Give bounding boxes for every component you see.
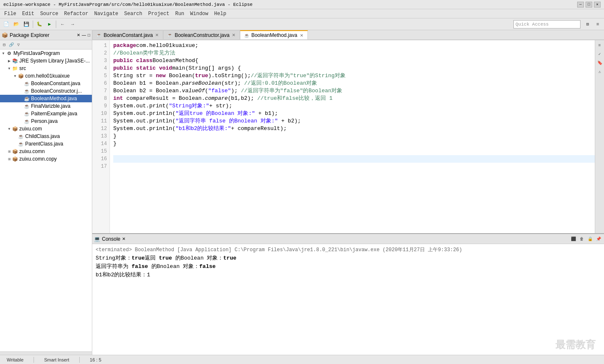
back-button[interactable]: ←: [58, 20, 67, 29]
outline-icon[interactable]: ≡: [596, 41, 604, 49]
tree-arrow-com_hello[interactable]: ▼: [13, 74, 18, 78]
code-line-12[interactable]: System.out.println("b1和b2的比较结果:"+ compar…: [113, 125, 595, 133]
tree-icon-booleanconstructor: ☕: [23, 88, 30, 94]
pin-console-button[interactable]: 📌: [595, 235, 602, 243]
tab-booleanconstructor_tab[interactable]: ☕BooleanConstructor.java✕: [163, 30, 240, 39]
tab-close-booleanconstant_tab[interactable]: ✕: [154, 33, 159, 38]
menu-item-navigate[interactable]: Navigate: [91, 10, 121, 18]
tree-icon-src: 📁: [12, 65, 18, 72]
tree-item-zuixu_comncopy[interactable]: ⊞📦zuixu.comn.copy: [0, 155, 92, 163]
menu-item-help[interactable]: Help: [212, 10, 229, 18]
run-button[interactable]: ▶: [45, 20, 54, 29]
code-line-16[interactable]: [113, 155, 595, 163]
line-num-12: 12: [92, 125, 109, 133]
maximize-button[interactable]: □: [586, 2, 592, 8]
stop-console-button[interactable]: ⬛: [570, 235, 577, 243]
bookmarks-icon[interactable]: 🔖: [596, 59, 604, 67]
tree-arrow-zuixu_com[interactable]: ▼: [7, 127, 12, 131]
tasks-icon[interactable]: ✓: [596, 50, 604, 58]
tree-arrow-src[interactable]: ▼: [7, 67, 12, 70]
line-num-17: 17: [92, 163, 109, 170]
tree-label-src: src: [19, 65, 26, 71]
view-menu-button[interactable]: ▽: [15, 42, 22, 48]
code-area[interactable]: package com.hello01kuaixue;//Boolean类中常见…: [110, 40, 595, 233]
tree-view[interactable]: ▼⚙MyFirstJavaProgram▶📚JRE System Library…: [0, 49, 92, 351]
tree-item-zuixu_com[interactable]: ▼📦zuixu.com: [0, 125, 92, 133]
close-console-icon[interactable]: ✕: [122, 237, 125, 241]
tab-close-booleanconstructor_tab[interactable]: ✕: [231, 33, 236, 38]
collapse-all-button[interactable]: ⊟: [1, 42, 8, 48]
close-button[interactable]: ✕: [594, 2, 601, 8]
window-controls[interactable]: — □ ✕: [577, 2, 601, 8]
tree-item-myfirstjava[interactable]: ▼⚙MyFirstJavaProgram: [0, 49, 92, 57]
tree-item-parentclass[interactable]: ☕ParentClass.java: [0, 140, 92, 148]
line-num-14: 14: [92, 140, 109, 148]
scroll-lock-button[interactable]: 🔒: [586, 235, 594, 243]
code-line-4[interactable]: public static void main(String[] args) {: [113, 65, 595, 72]
tree-arrow-myfirstjava[interactable]: ▼: [1, 52, 6, 55]
tree-item-paitern[interactable]: ☕PaiternExample.java: [0, 110, 92, 117]
tree-icon-booleanconstant: ☕: [23, 80, 30, 87]
new-button[interactable]: 📄: [2, 20, 11, 29]
menu-item-source[interactable]: Source: [38, 10, 61, 18]
tab-close-booleanmethod_tab[interactable]: ✕: [299, 33, 304, 38]
tree-label-zuixu_comn: zuixu.comn: [19, 148, 45, 154]
code-line-13[interactable]: }: [113, 133, 595, 140]
maximize-panel-icon[interactable]: □: [88, 33, 90, 37]
code-line-5[interactable]: String str = new Boolean(true).toString(…: [113, 72, 595, 80]
close-icon[interactable]: ✕: [77, 33, 80, 37]
link-editor-button[interactable]: 🔗: [8, 42, 15, 48]
code-line-17[interactable]: [113, 163, 595, 170]
tree-item-jre[interactable]: ▶📚JRE System Library [JavaSE-...: [0, 57, 92, 65]
open-button[interactable]: 📂: [12, 20, 21, 29]
window-title: eclipse-workspace - MyFirstJavaProgram/s…: [3, 2, 253, 7]
code-line-7[interactable]: Boolean b2 = Boolean.valueOf("false"); /…: [113, 87, 595, 95]
forward-button[interactable]: →: [68, 20, 77, 29]
menu-item-search[interactable]: Search: [122, 10, 145, 18]
menu-item-run[interactable]: Run: [173, 10, 187, 18]
menu-item-project[interactable]: Project: [146, 10, 172, 18]
menu-bar: FileEditSourceRefactorNavigateSearchProj…: [0, 9, 604, 18]
code-line-15[interactable]: [113, 148, 595, 155]
code-line-3[interactable]: public class BooleanMethod{: [113, 57, 595, 65]
menu-item-window[interactable]: Window: [187, 10, 211, 18]
minimize-button[interactable]: —: [577, 2, 584, 8]
clear-console-button[interactable]: 🗑: [578, 235, 586, 243]
tree-item-booleanmethod[interactable]: ☕BooleanMethod.java: [0, 95, 92, 102]
tree-item-booleanconstructor[interactable]: ☕BooleanConstructor.j...: [0, 87, 92, 95]
tree-item-person[interactable]: ☕Person.java: [0, 117, 92, 125]
editor-content: 1234567891011121314151617 package com.he…: [92, 40, 604, 233]
views-button[interactable]: ≡: [593, 20, 602, 29]
tab-icon-booleanconstant_tab: ☕: [96, 32, 102, 38]
code-line-1[interactable]: package com.hello01kuaixue;: [113, 42, 595, 49]
tree-item-booleanconstant[interactable]: ☕BooleanConstant.java: [0, 80, 92, 87]
menu-item-edit[interactable]: Edit: [20, 10, 37, 18]
tree-item-finalvarizble[interactable]: ☕FinalVarizble.java: [0, 102, 92, 110]
debug-button[interactable]: 🐛: [35, 20, 44, 29]
tab-icon-booleanconstructor_tab: ☕: [167, 32, 173, 38]
tree-arrow-zuixu_comncopy[interactable]: ⊞: [7, 157, 12, 161]
code-line-2[interactable]: //Boolean类中常见方法: [113, 49, 595, 57]
tree-arrow-zuixu_comn[interactable]: ⊞: [7, 150, 12, 153]
tree-item-childclass[interactable]: ☕ChildClass.java: [0, 133, 92, 140]
minimize-panel-icon[interactable]: —: [82, 33, 86, 37]
perspectives-button[interactable]: ⊞: [583, 20, 592, 29]
tree-item-src[interactable]: ▼📁src: [0, 65, 92, 72]
problems-icon[interactable]: ⚠: [596, 68, 604, 76]
code-line-6[interactable]: Boolean b1 = Boolean.parseBoolean(str); …: [113, 80, 595, 87]
tab-booleanconstant_tab[interactable]: ☕BooleanConstant.java✕: [92, 30, 163, 39]
menu-item-refactor[interactable]: Refactor: [62, 10, 91, 18]
tree-item-com_hello[interactable]: ▼📦com.hello01kuaixue: [0, 72, 92, 80]
code-line-9[interactable]: System.out.print("String对象:"+ str);: [113, 102, 595, 110]
code-line-14[interactable]: }: [113, 140, 595, 148]
quick-access-input[interactable]: Quick Access: [513, 20, 581, 29]
code-line-11[interactable]: System.out.println("返回字符串 false 的Bnolean…: [113, 117, 595, 125]
menu-item-file[interactable]: File: [2, 10, 19, 18]
code-line-10[interactable]: System.out.println("返回true 的Boolean 对象:"…: [113, 110, 595, 117]
tree-item-zuixu_comn[interactable]: ⊞📦zuixu.comn: [0, 148, 92, 155]
save-button[interactable]: 💾: [22, 20, 31, 29]
tree-arrow-jre[interactable]: ▶: [7, 59, 12, 63]
console-panel: 💻 Console ✕ ⬛ 🗑 🔒 📌 <terminated> Boolean…: [92, 233, 604, 355]
code-line-8[interactable]: int compareResult = Boolean.compare(b1,b…: [113, 95, 595, 102]
tab-booleanmethod_tab[interactable]: ☕BooleanMethod.java✕: [240, 30, 307, 39]
